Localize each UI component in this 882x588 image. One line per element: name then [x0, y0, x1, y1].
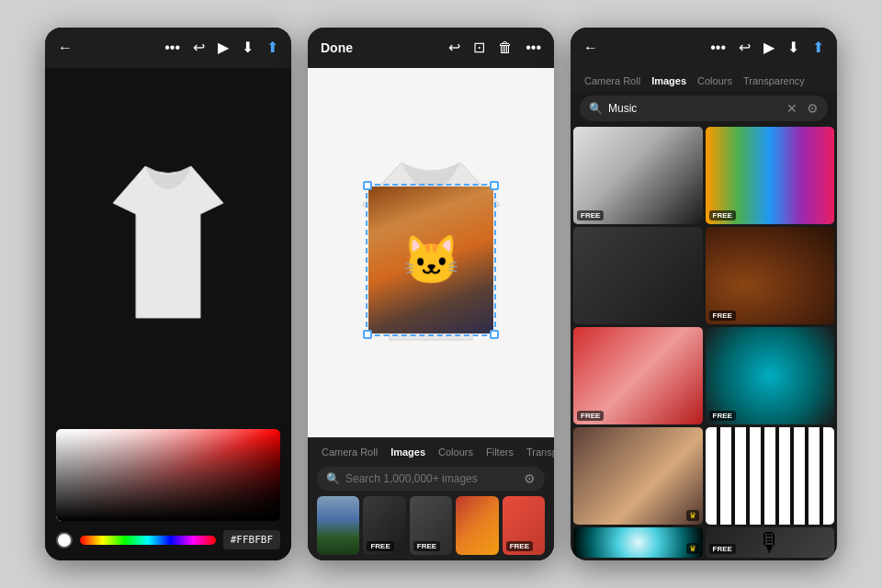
tab-colours[interactable]: Colours	[434, 445, 478, 459]
right-search-input[interactable]	[608, 102, 781, 115]
free-badge-g1: FREE	[577, 210, 604, 220]
back-icon[interactable]: ←	[58, 40, 73, 55]
tshirt-display	[95, 157, 242, 332]
crown-badge-g9: ♛	[686, 543, 699, 554]
tab-images[interactable]: Images	[386, 445, 430, 459]
right-image-grid: FREE FREE FREE FREE FREE ♛ ♛ 🎙 FREE	[571, 127, 837, 560]
hue-row: #FFBFBF	[56, 530, 280, 549]
right-search-bar[interactable]: 🔍 ✕ ⚙	[580, 96, 828, 121]
left-canvas	[45, 68, 291, 420]
free-badge-g6: FREE	[709, 411, 736, 421]
mid-filter-icon[interactable]: ⚙	[524, 471, 536, 486]
free-badge-g5: FREE	[577, 411, 604, 421]
grid-item-7[interactable]: ♛	[573, 427, 703, 525]
handle-tr[interactable]	[490, 181, 499, 190]
right-clear-icon[interactable]: ✕	[786, 102, 797, 115]
tab-filters[interactable]: Filters	[481, 445, 518, 459]
hue-circle-indicator	[56, 532, 73, 548]
grid-item-8[interactable]	[706, 427, 835, 525]
strip-thumb-2[interactable]: FREE	[363, 496, 405, 555]
right-search-icon: 🔍	[589, 102, 603, 115]
mid-search-input[interactable]	[345, 472, 536, 485]
mid-search-icon: 🔍	[326, 472, 340, 485]
mid-phone: Done ↩ ⊡ 🗑 ••• 🐱	[308, 28, 554, 560]
strip-thumb-5[interactable]: FREE	[503, 496, 545, 555]
mid-bottom-nav: Camera Roll Images Colours Filters Trans…	[308, 437, 554, 560]
right-tab-camera-roll[interactable]: Camera Roll	[580, 74, 645, 88]
left-top-bar: ← ••• ↩ ▶ ⬇ ⬆	[45, 28, 291, 68]
hue-slider[interactable]	[80, 536, 216, 545]
crown-badge-g7: ♛	[686, 510, 699, 521]
color-gradient[interactable]	[56, 429, 280, 521]
play-icon[interactable]: ▶	[218, 40, 229, 55]
mid-nav-tabs: Camera Roll Images Colours Filters Trans…	[317, 445, 545, 459]
done-button[interactable]: Done	[321, 40, 353, 55]
right-download-icon[interactable]: ⬇	[787, 40, 799, 55]
free-badge-g10: FREE	[709, 544, 736, 554]
grid-item-2[interactable]: FREE	[706, 127, 835, 224]
free-badge-2: FREE	[367, 541, 393, 551]
right-phone: ← ••• ↩ ▶ ⬇ ⬆ Camera Roll Images Colours…	[571, 28, 837, 560]
tshirt-svg	[95, 157, 242, 332]
mid-undo-icon[interactable]: ↩	[448, 40, 460, 55]
grid-item-1[interactable]: FREE	[573, 127, 703, 224]
more-icon[interactable]: •••	[164, 40, 180, 55]
mid-canvas: 🐱	[308, 68, 554, 437]
handle-tl[interactable]	[363, 181, 372, 190]
color-panel: #FFBFBF	[45, 420, 291, 560]
right-upload-icon[interactable]: ⬆	[812, 40, 824, 55]
tab-camera-roll[interactable]: Camera Roll	[317, 445, 382, 459]
right-undo-icon[interactable]: ↩	[739, 40, 751, 55]
mid-delete-icon[interactable]: 🗑	[498, 40, 513, 55]
hex-value-badge: #FFBFBF	[223, 530, 280, 549]
selection-border	[366, 184, 496, 336]
free-badge-g2: FREE	[709, 210, 736, 220]
free-badge-3: FREE	[413, 541, 440, 551]
right-tab-colours[interactable]: Colours	[693, 74, 737, 88]
left-phone: ← ••• ↩ ▶ ⬇ ⬆ #FFBFBF	[45, 28, 291, 560]
free-badge-5: FREE	[506, 541, 533, 551]
grid-item-6[interactable]: FREE	[706, 327, 835, 424]
mid-tshirt-container: 🐱	[339, 152, 523, 354]
handle-br[interactable]	[490, 330, 499, 339]
right-more-icon[interactable]: •••	[710, 40, 726, 55]
right-back-icon[interactable]: ←	[583, 40, 598, 55]
mid-search-bar[interactable]: 🔍 ⚙	[317, 467, 545, 491]
mid-crop-icon[interactable]: ⊡	[473, 40, 485, 55]
download-icon[interactable]: ⬇	[242, 40, 254, 55]
tab-transparency[interactable]: Transparency	[522, 445, 554, 459]
grid-item-5[interactable]: FREE	[573, 327, 703, 424]
free-badge-g4: FREE	[709, 311, 736, 321]
handle-bl[interactable]	[363, 330, 372, 339]
grid-item-10[interactable]: 🎙 FREE	[706, 527, 835, 558]
strip-thumb-4[interactable]	[456, 496, 498, 555]
right-tab-transparency[interactable]: Transparency	[739, 74, 809, 88]
right-tab-images[interactable]: Images	[647, 74, 691, 88]
upload-icon[interactable]: ⬆	[266, 40, 278, 55]
grid-item-3[interactable]	[573, 227, 703, 324]
right-filter-icon[interactable]: ⚙	[807, 101, 819, 116]
right-nav-tabs: Camera Roll Images Colours Transparency	[571, 68, 837, 92]
right-top-bar: ← ••• ↩ ▶ ⬇ ⬆	[571, 28, 837, 68]
undo-icon[interactable]: ↩	[193, 40, 205, 55]
strip-thumb-1[interactable]	[317, 496, 359, 555]
mid-top-bar: Done ↩ ⊡ 🗑 •••	[308, 28, 554, 68]
strip-thumb-3[interactable]: FREE	[410, 496, 452, 555]
right-play-icon[interactable]: ▶	[763, 40, 775, 55]
mid-more-icon[interactable]: •••	[526, 40, 541, 55]
mid-image-strip: FREE FREE FREE	[317, 496, 545, 555]
grid-item-4[interactable]: FREE	[706, 227, 835, 324]
grid-item-9[interactable]: ♛	[573, 527, 703, 558]
